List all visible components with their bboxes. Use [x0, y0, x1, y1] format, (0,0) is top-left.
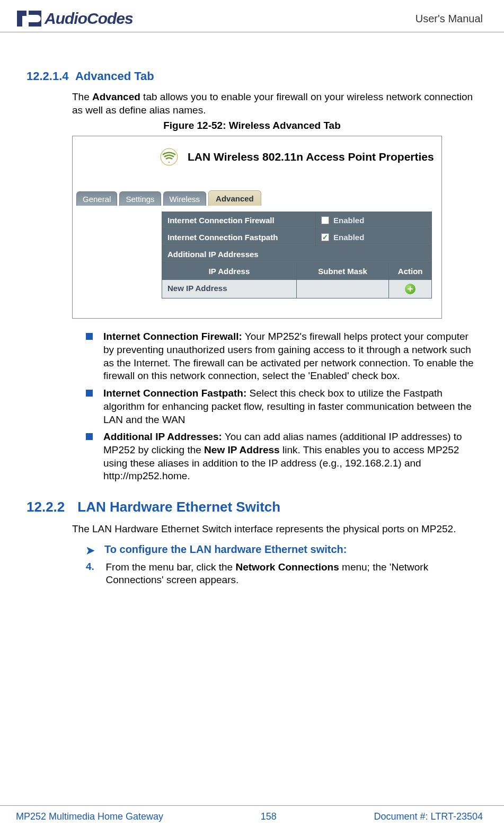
check-icon: ✓ [322, 234, 328, 241]
bullet-bold: Internet Connection Fastpath: [103, 388, 246, 399]
bullet-icon [86, 433, 93, 440]
header-title: User's Manual [415, 13, 483, 25]
logo-text: AudioCodes [45, 10, 133, 28]
tab-settings[interactable]: Settings [119, 191, 161, 206]
properties-title: LAN Wireless 802.11n Access Point Proper… [188, 151, 434, 163]
firewall-checkbox[interactable] [321, 216, 329, 224]
bullet-bold: Internet Connection Firewall: [103, 331, 242, 342]
tabs-bar: General Settings Wireless Advanced [76, 190, 261, 206]
bullet-bold2: New IP Address [204, 444, 280, 455]
footer-left: MP252 Multimedia Home Gateway [16, 811, 163, 822]
tab-wireless[interactable]: Wireless [163, 191, 207, 206]
h3-paragraph: The LAN Hardware Ethernet Switch interfa… [72, 523, 478, 536]
page-header: AudioCodes User's Manual [0, 0, 504, 32]
procedure-text: To configure the LAN hardware Ethernet s… [104, 543, 347, 557]
audiocodes-logo-icon [16, 10, 41, 28]
footer-center: 158 [261, 811, 277, 822]
firewall-value-cell: Enabled [316, 212, 431, 228]
section-number: 12.2.1.4 [26, 69, 69, 83]
step-bold: Network Connections [235, 561, 339, 573]
col-action: Action [389, 263, 431, 279]
firewall-label: Internet Connection Firewall [162, 212, 316, 228]
firewall-enabled-text: Enabled [333, 216, 364, 225]
intro-prefix: The [72, 91, 92, 102]
fastpath-label: Internet Connection Fastpath [162, 229, 316, 245]
step-number: 4. [86, 561, 96, 587]
row-new-ip: New IP Address [162, 280, 431, 298]
bullet-bold: Additional IP Addresses: [103, 431, 222, 442]
row-fastpath: Internet Connection Fastpath ✓ Enabled [162, 229, 431, 246]
procedure-heading: ➤ To configure the LAN hardware Ethernet… [86, 543, 478, 557]
intro-paragraph: The Advanced tab allows you to enable yo… [72, 91, 478, 117]
properties-table: Internet Connection Firewall Enabled Int… [162, 212, 432, 298]
section-title: Advanced Tab [75, 69, 154, 83]
intro-bold: Advanced [92, 91, 140, 102]
section-title: LAN Hardware Ethernet Switch [77, 499, 280, 515]
fastpath-value-cell: ✓ Enabled [316, 229, 431, 245]
row-additional-header: Additional IP Addresses [162, 246, 431, 263]
row-columns: IP Address Subnet Mask Action [162, 263, 431, 280]
section-number: 12.2.2 [26, 499, 65, 515]
bullet-icon [86, 333, 93, 340]
new-ip-action [389, 280, 431, 298]
section-heading-lan-switch: 12.2.2 LAN Hardware Ethernet Switch [26, 499, 478, 515]
tab-general[interactable]: General [76, 191, 117, 206]
section-heading-advanced-tab: 12.2.1.4 Advanced Tab [26, 69, 478, 83]
new-ip-label[interactable]: New IP Address [162, 280, 297, 298]
bullet-list: Internet Connection Firewall: Your MP252… [86, 330, 478, 483]
page-footer: MP252 Multimedia Home Gateway 158 Docume… [0, 805, 504, 822]
bullet-icon [86, 390, 93, 397]
bullet-additional: Additional IP Addresses: You can add ali… [86, 430, 478, 483]
arrow-icon: ➤ [86, 544, 95, 557]
step-before: From the menu bar, click the [105, 561, 235, 573]
col-mask: Subnet Mask [297, 263, 389, 279]
row-firewall: Internet Connection Firewall Enabled [162, 212, 431, 229]
bullet-fastpath: Internet Connection Fastpath: Select thi… [86, 387, 478, 426]
add-icon[interactable] [405, 284, 415, 294]
wifi-icon [160, 148, 178, 166]
footer-right: Document #: LTRT-23504 [374, 811, 483, 822]
svg-point-0 [161, 148, 178, 165]
new-ip-mask [297, 280, 389, 298]
tab-advanced[interactable]: Advanced [208, 190, 261, 206]
step-4: 4. From the menu bar, click the Network … [86, 561, 478, 587]
figure-caption: Figure 12-52: Wireless Advanced Tab [26, 120, 478, 131]
logo: AudioCodes [16, 10, 133, 28]
fastpath-checkbox[interactable]: ✓ [321, 233, 329, 241]
figure-screenshot: LAN Wireless 802.11n Access Point Proper… [72, 136, 442, 319]
bullet-firewall: Internet Connection Firewall: Your MP252… [86, 330, 478, 383]
additional-ip-header: Additional IP Addresses [162, 246, 431, 262]
properties-title-row: LAN Wireless 802.11n Access Point Proper… [160, 148, 434, 166]
col-ip: IP Address [162, 263, 297, 279]
fastpath-enabled-text: Enabled [333, 233, 364, 242]
